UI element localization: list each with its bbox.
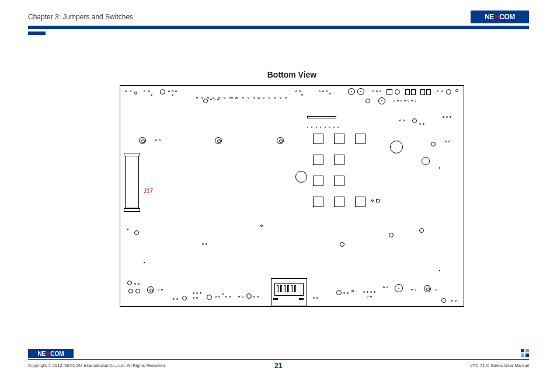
label-j17: J17 bbox=[144, 188, 153, 194]
header-rule-accent bbox=[28, 32, 46, 35]
pcb-diagram: J17 bbox=[120, 85, 464, 307]
copyright-text: Copyright © 2012 NEXCOM International Co… bbox=[28, 363, 166, 368]
page-footer: NE✕COM Copyright © 2012 NEXCOM Internati… bbox=[28, 359, 529, 379]
chapter-title: Chapter 3: Jumpers and Switches bbox=[28, 13, 133, 21]
logo-nexcom-bottom: NE✕COM bbox=[28, 349, 74, 358]
page-header: Chapter 3: Jumpers and Switches NE✕COM bbox=[28, 13, 529, 30]
footer-rule bbox=[28, 359, 529, 360]
content-area: Bottom View bbox=[120, 70, 464, 307]
header-rule bbox=[28, 26, 529, 29]
manual-name: VTC 71-C Series User Manual bbox=[470, 363, 529, 368]
page-number: 21 bbox=[274, 362, 282, 370]
logo-nexcom-top: NE✕COM bbox=[471, 10, 529, 23]
diagram-title: Bottom View bbox=[120, 70, 464, 79]
footer-mark-icon bbox=[521, 349, 529, 357]
